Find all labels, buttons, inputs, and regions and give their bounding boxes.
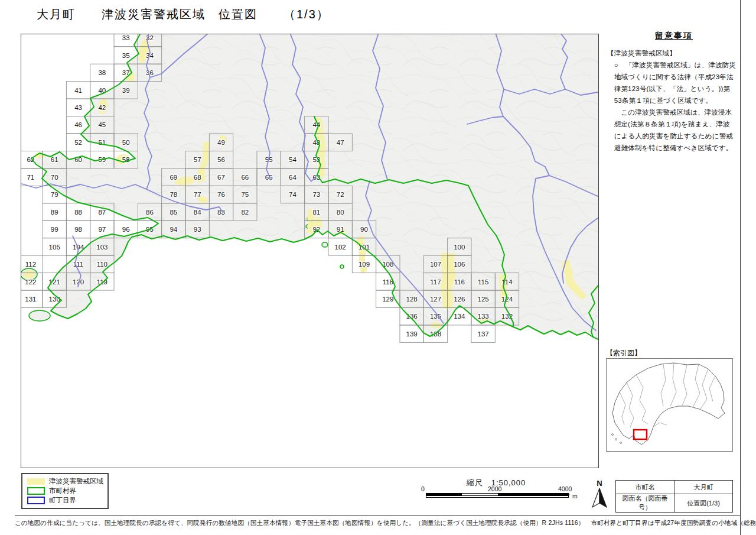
- grid-cell-number: 85: [170, 209, 177, 216]
- grid-cell-number: 73: [312, 191, 320, 198]
- grid-cell-number: 96: [122, 226, 130, 233]
- grid-cell-number: 72: [337, 191, 344, 198]
- index-highlight-box: [634, 430, 647, 439]
- legend-item-municipal-boundary: 市町村界: [27, 486, 104, 495]
- scale-tick: 0: [421, 485, 425, 492]
- grid-cell-number: 68: [194, 174, 201, 181]
- grid-cell-number: 126: [454, 296, 465, 303]
- grid-cell-number: 82: [241, 209, 249, 216]
- grid-cell-number: 84: [194, 209, 201, 216]
- grid-cell-number: 86: [146, 209, 154, 216]
- notes-line: 避難体制を特に整備すべき区域です。: [607, 142, 741, 154]
- map-canvas: 3332353438373641403943424645445251504948…: [21, 34, 598, 468]
- grid-cell-number: 41: [74, 87, 82, 94]
- grid-cell-number: 57: [194, 156, 201, 163]
- grid-cell-number: 66: [241, 174, 249, 181]
- scale-ticks: 0 2000 4000: [421, 485, 573, 492]
- north-arrow: N: [588, 479, 611, 510]
- scale-unit: m: [572, 492, 578, 500]
- legend-item-district-boundary: 町丁目界: [27, 495, 104, 505]
- grid-cell-number: 100: [454, 244, 465, 251]
- grid-cell-number: 106: [454, 261, 465, 268]
- sheet-info-table: 市町名 大月町 図面名（図面番号） 位置図(1/3): [615, 480, 733, 513]
- grid-cell-number: 107: [430, 261, 441, 268]
- grid-cell-number: 110: [97, 261, 107, 268]
- legend-label: 津波災害警戒区域: [49, 477, 103, 486]
- grid-cell-number: 99: [51, 226, 58, 233]
- grid-cell-number: 128: [406, 296, 418, 303]
- grid-cell-number: 122: [25, 278, 36, 286]
- grid-cell-number: 52: [74, 139, 82, 146]
- scale-bar: [426, 493, 569, 498]
- info-value-sheet: 位置図(1/3): [674, 494, 733, 513]
- grid-cell-number: 137: [478, 330, 489, 338]
- grid-cell-number: 61: [51, 156, 58, 163]
- prefecture-outline: [612, 363, 725, 445]
- grid-cell-number: 71: [27, 174, 34, 181]
- grid-cell-number: 50: [122, 139, 130, 146]
- index-map: [606, 358, 733, 452]
- scale-tick: 4000: [558, 485, 572, 492]
- grid-cell-number: 115: [478, 278, 488, 286]
- grid-cell-number: 77: [194, 191, 201, 198]
- map-legend: 津波災害警戒区域 市町村界 町丁目界: [21, 473, 109, 509]
- grid-cell-number: 74: [289, 191, 296, 198]
- notes-panel: 留意事項 【津波災害警戒区域】 ○ 「津波災害警戒区域」は、津波防災 地域づくり…: [607, 31, 741, 154]
- grid-cell-number: 67: [217, 174, 225, 181]
- legend-label: 市町村界: [49, 487, 76, 495]
- grid-cell-number: 89: [51, 209, 58, 216]
- grid-cell-number: 105: [49, 244, 60, 251]
- index-islands: [612, 434, 622, 444]
- footer-source-note: この地図の作成に当たっては、国土地理院長の承認を得て、同院発行の数値地図（国土基…: [15, 519, 750, 527]
- district-boundary-swatch: [27, 497, 45, 504]
- grid-cell-number: 64: [289, 174, 296, 181]
- grid-cell-number: 131: [25, 296, 36, 303]
- municipal-boundary-swatch: [27, 487, 45, 495]
- grid-cell-number: 78: [170, 191, 177, 198]
- index-map-canvas: [607, 359, 732, 451]
- notes-line: 【津波災害警戒区域】: [607, 47, 741, 59]
- notes-line: 想定(法第８条第１項)を踏まえ、津波: [607, 118, 741, 130]
- grid-cell-number: 42: [98, 104, 106, 111]
- grid-cell-number: 81: [312, 209, 320, 216]
- grid-cell-number: 102: [335, 244, 346, 251]
- notes-line: による人的災害を防止するために警戒: [607, 130, 741, 142]
- grid-cell-number: 70: [51, 174, 58, 181]
- grid-cell-number: 80: [337, 209, 344, 216]
- notes-line: 律第123号(以下、「法」という。))第: [607, 83, 741, 95]
- grid-cell-number: 129: [382, 296, 393, 303]
- grid-cell-number: 133: [478, 313, 489, 320]
- legend-item-warning-zone: 津波災害警戒区域: [27, 476, 104, 486]
- grid-cell-number: 134: [454, 313, 465, 320]
- grid-cell-number: 79: [51, 191, 58, 198]
- north-label: N: [588, 479, 611, 488]
- grid-cell-number: 39: [122, 87, 130, 94]
- grid-cell-number: 69: [170, 174, 177, 181]
- grid-cell-number: 117: [430, 278, 441, 286]
- notes-line: 地域づくりに関する法律（平成23年法: [607, 71, 741, 83]
- info-key-city: 市町名: [616, 481, 674, 494]
- grid-cell-number: 54: [289, 156, 296, 163]
- grid-cell-number: 75: [241, 191, 249, 198]
- grid-cell-number: 93: [194, 226, 201, 233]
- index-map-label: 【索引図】: [606, 348, 641, 358]
- main-map: 3332353438373641403943424645445251504948…: [21, 34, 599, 468]
- grid-cell-number: 98: [74, 226, 82, 233]
- municipality-lines: [620, 363, 715, 427]
- grid-cell-number: 135: [430, 313, 441, 320]
- table-row: 市町名 大月町: [616, 481, 733, 494]
- notes-line: ○ 「津波災害警戒区域」は、津波防災: [607, 59, 741, 71]
- grid-cell-number: 56: [217, 156, 225, 163]
- grid-cell-number: 130: [49, 296, 60, 303]
- grid-cell-number: 97: [98, 226, 106, 233]
- notes-heading: 留意事項: [607, 31, 741, 41]
- warning-zone-swatch: [27, 478, 45, 485]
- page-right-border: [740, 0, 741, 535]
- grid-cell-number: 112: [25, 261, 36, 268]
- legend-label: 町丁目界: [49, 496, 76, 505]
- scale-tick: 2000: [488, 485, 501, 492]
- grid-cell-number: 43: [74, 104, 82, 111]
- page-title: 大月町 津波災害警戒区域 位置図 （1/3）: [37, 7, 330, 22]
- notes-body: 【津波災害警戒区域】 ○ 「津波災害警戒区域」は、津波防災 地域づくりに関する法…: [607, 47, 741, 154]
- grid-cell-number: 116: [454, 278, 465, 286]
